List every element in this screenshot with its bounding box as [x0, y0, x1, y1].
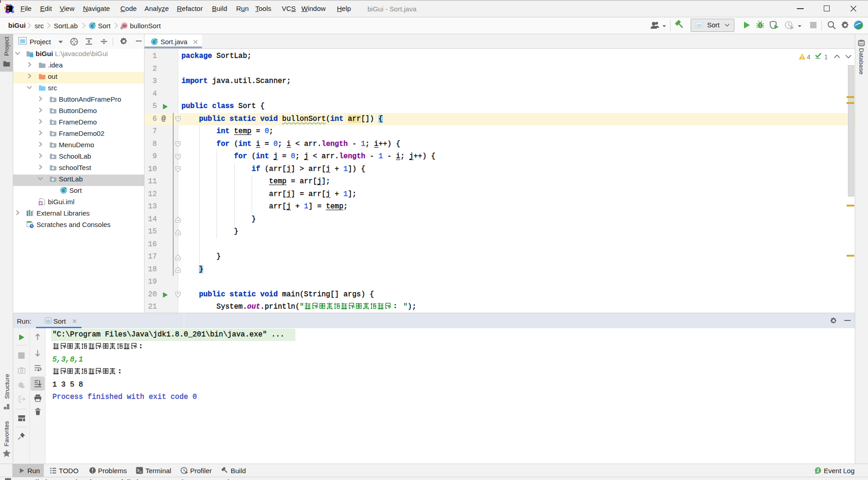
svg-text:2: 2: [816, 468, 819, 473]
svg-text:IJ: IJ: [7, 6, 10, 9]
